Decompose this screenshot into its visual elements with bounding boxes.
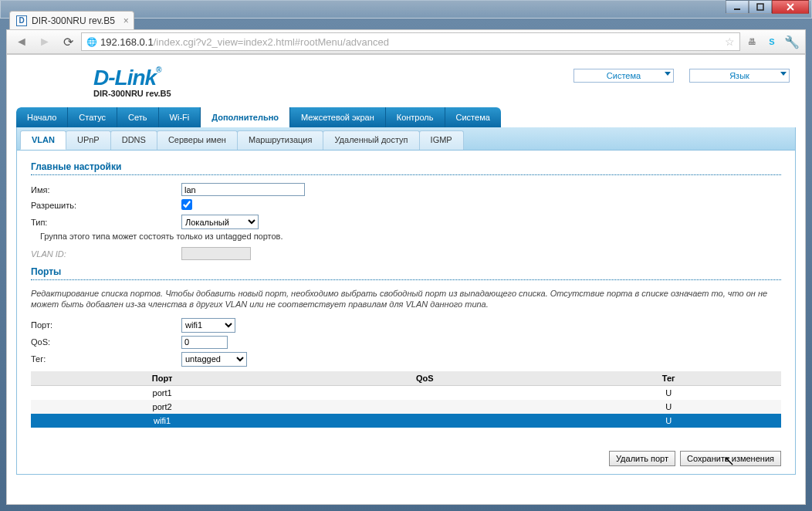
- sub-nav: VLANUPnPDDNSСерверы именМаршрутизацияУда…: [16, 127, 796, 151]
- address-text: 192.168.0.1/index.cgi?v2_view=index2.htm…: [100, 36, 389, 48]
- sub-tab-6[interactable]: IGMP: [419, 130, 464, 150]
- main-nav: НачалоСтатусСетьWi-FiДополнительноМежсет…: [16, 107, 796, 127]
- wrench-menu-icon[interactable]: 🔧: [783, 33, 800, 50]
- sub-tab-3[interactable]: Серверы имен: [157, 130, 238, 150]
- main-tab-7[interactable]: Система: [445, 107, 501, 127]
- main-tab-2[interactable]: Сеть: [117, 107, 158, 127]
- content-panel: Главные настройки Имя: Разрешить: Тип: Л…: [16, 151, 796, 475]
- cell-port: port2: [31, 400, 293, 414]
- ports-description: Редактирование списка портов. Чтобы доба…: [31, 286, 781, 316]
- sub-tab-2[interactable]: DDNS: [110, 130, 157, 150]
- table-row[interactable]: port2U: [31, 400, 781, 414]
- main-tab-0[interactable]: Начало: [16, 107, 68, 127]
- language-dropdown[interactable]: Язык: [689, 69, 790, 83]
- label-qos: QoS:: [31, 337, 181, 347]
- type-note: Группа этого типа может состоять только …: [40, 231, 781, 245]
- cell-port: wifi1: [31, 414, 293, 428]
- label-name: Имя:: [31, 185, 181, 195]
- main-tab-6[interactable]: Контроль: [386, 107, 445, 127]
- cell-tag: U: [556, 414, 781, 428]
- svg-rect-0: [734, 8, 740, 10]
- cell-qos: [293, 385, 556, 400]
- svg-rect-1: [757, 4, 763, 10]
- select-port[interactable]: wifi1: [181, 318, 235, 333]
- label-vlan-id: VLAN ID:: [31, 249, 181, 259]
- select-type[interactable]: Локальный: [181, 215, 259, 229]
- main-tab-1[interactable]: Статус: [68, 107, 117, 127]
- sub-tab-1[interactable]: UPnP: [66, 130, 111, 150]
- printer-icon[interactable]: 🖶: [743, 33, 760, 50]
- favicon-icon: D: [16, 15, 27, 26]
- sub-tab-4[interactable]: Маршрутизация: [237, 130, 324, 150]
- logo-block: D-Link® DIR-300NRU rev.B5: [93, 66, 171, 98]
- input-name[interactable]: [181, 183, 305, 196]
- chevron-down-icon: [780, 72, 787, 76]
- vendor-logo: D-Link®: [93, 66, 171, 90]
- th-port: Порт: [31, 371, 293, 386]
- main-tab-5[interactable]: Межсетевой экран: [290, 107, 386, 127]
- section-title-main: Главные настройки: [31, 161, 781, 175]
- window-minimize-button[interactable]: [726, 0, 749, 14]
- sub-tab-5[interactable]: Удаленный доступ: [323, 130, 419, 150]
- main-tab-4[interactable]: Дополнительно: [201, 107, 290, 127]
- delete-port-button[interactable]: Удалить порт: [609, 451, 675, 466]
- input-qos[interactable]: [181, 336, 228, 349]
- chevron-down-icon: [665, 72, 671, 76]
- cell-tag: U: [556, 385, 781, 400]
- checkbox-allow[interactable]: [181, 199, 192, 210]
- tab-close-icon[interactable]: ×: [123, 16, 129, 25]
- select-tag[interactable]: untagged: [181, 352, 247, 367]
- nav-reload-button[interactable]: ⟳: [58, 32, 78, 51]
- nav-forward-button[interactable]: ►: [35, 32, 55, 51]
- globe-icon: 🌐: [86, 37, 97, 47]
- cell-qos: [293, 400, 556, 414]
- main-tab-3[interactable]: Wi-Fi: [159, 107, 201, 127]
- ports-table: Порт QoS Тег port1Uport2Uwifi1U: [31, 371, 781, 428]
- browser-tab[interactable]: D DIR-300NRU rev.B5 ×: [9, 11, 134, 29]
- section-title-ports: Порты: [31, 266, 781, 280]
- skype-icon[interactable]: S: [763, 33, 780, 50]
- label-allow: Разрешить:: [31, 201, 181, 210]
- table-row[interactable]: port1U: [31, 385, 781, 400]
- th-tag: Тег: [556, 371, 781, 386]
- th-qos: QoS: [293, 371, 556, 386]
- label-port: Порт:: [31, 320, 181, 330]
- table-row[interactable]: wifi1U: [31, 414, 781, 428]
- cell-port: port1: [31, 385, 293, 400]
- model-name: DIR-300NRU rev.B5: [93, 89, 171, 98]
- address-bar[interactable]: 🌐 192.168.0.1/index.cgi?v2_view=index2.h…: [81, 32, 740, 51]
- browser-toolbar: ◄ ► ⟳ 🌐 192.168.0.1/index.cgi?v2_view=in…: [6, 29, 806, 54]
- cell-qos: [293, 414, 556, 428]
- label-type: Тип:: [31, 218, 181, 227]
- window-maximize-button[interactable]: [749, 0, 772, 14]
- system-dropdown[interactable]: Система: [573, 69, 674, 83]
- sub-tab-0[interactable]: VLAN: [20, 130, 66, 150]
- nav-back-button[interactable]: ◄: [12, 32, 32, 51]
- page-viewport: D-Link® DIR-300NRU rev.B5 Система Язык Н…: [6, 54, 806, 505]
- label-tag: Тег:: [31, 354, 181, 364]
- bookmark-star-icon[interactable]: ☆: [725, 36, 735, 48]
- cell-tag: U: [556, 400, 781, 414]
- save-changes-button[interactable]: Сохранить изменения: [680, 451, 781, 466]
- browser-tab-title: DIR-300NRU rev.B5: [32, 15, 115, 26]
- input-vlan-id: [181, 247, 251, 260]
- window-close-button[interactable]: [772, 0, 809, 14]
